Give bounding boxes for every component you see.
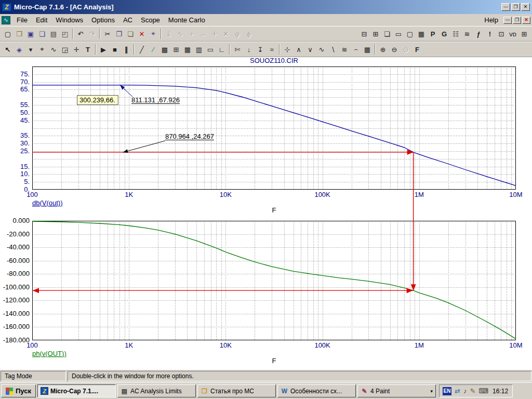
run-icon[interactable]: ▶ [98, 44, 109, 55]
svg-text:-80.000: -80.000 [7, 270, 30, 277]
language-indicator[interactable]: EN [443, 387, 451, 395]
cascade-icon[interactable]: ❏ [381, 29, 393, 39]
cursor-icon[interactable]: ✛ [71, 44, 82, 55]
component-icon[interactable]: ◈ [14, 44, 25, 55]
menu-options[interactable]: Options [87, 15, 119, 26]
probe-icon[interactable]: ⌖ [36, 44, 48, 55]
slope-icon[interactable]: ∖ [327, 44, 339, 55]
numeric-output-icon[interactable]: ▦ [416, 29, 427, 39]
chart-svg[interactable]: SOUOZ110.CIR75.70.65.55.50.45.35.30.25.1… [0, 57, 532, 370]
p-button[interactable]: P [427, 29, 438, 39]
restore-button[interactable]: ❐ [511, 3, 520, 11]
peak-icon[interactable]: ∧ [293, 44, 304, 55]
text-icon[interactable]: T [82, 44, 94, 55]
stop-icon[interactable]: ■ [109, 44, 121, 55]
child-restore-button[interactable]: ❐ [513, 17, 521, 24]
pause-icon[interactable]: ∥ [121, 44, 132, 55]
svg-text:100: 100 [26, 341, 38, 349]
undo-icon[interactable]: ↶ [75, 29, 86, 39]
component-dropdown-icon[interactable]: ▾ [25, 44, 36, 55]
go-to-y-icon[interactable]: ↧ [255, 44, 266, 55]
valley-icon[interactable]: ∨ [304, 44, 316, 55]
document-icon[interactable]: ∿ [2, 16, 10, 24]
waveform-icon[interactable]: ∿ [48, 44, 59, 55]
g-button[interactable]: G [438, 29, 450, 39]
find-icon[interactable]: ⌖ [148, 29, 159, 39]
axes-icon[interactable]: ∟ [216, 44, 228, 55]
go-to-x-icon[interactable]: ↓ [243, 44, 255, 55]
arc-icon[interactable]: ⌢ [350, 44, 362, 55]
menu-ac[interactable]: AC [119, 15, 137, 26]
magnitude-plot: 75.70.65.55.50.45.35.30.25.15.10.5.0.100… [20, 66, 523, 214]
pattern-icon[interactable]: ▦ [182, 44, 193, 55]
zoom-in-icon[interactable]: ⊕ [377, 44, 389, 55]
keyboard-icon[interactable]: ⌨ [478, 387, 488, 395]
task-paint[interactable]: ✎ 4 Paint ▾ [357, 384, 436, 397]
child-close-button[interactable]: ✕ [522, 17, 530, 24]
new-file-icon[interactable]: ▢ [2, 29, 14, 39]
stack-plots-icon[interactable]: ☷ [450, 29, 461, 39]
task-word-doc[interactable]: W Особенности сх... [277, 384, 356, 397]
svg-text:1M: 1M [415, 341, 424, 349]
volume-icon[interactable]: ♪ [463, 387, 467, 395]
close-button[interactable]: ✕ [521, 3, 530, 11]
filled-box-icon[interactable]: ▩ [159, 44, 170, 55]
split-horizontal-icon[interactable]: ⊟ [358, 29, 370, 39]
delete-icon[interactable]: ✕ [136, 29, 148, 39]
wave-tool-icon[interactable]: ∿ [316, 44, 327, 55]
task-micro-cap[interactable]: Z Micro-Cap 7.1.... [37, 384, 116, 397]
print-icon[interactable]: ▤ [48, 29, 59, 39]
zoom-out-icon[interactable]: ⊖ [389, 44, 400, 55]
data-points-icon[interactable]: ▦ [362, 44, 373, 55]
scale-icon[interactable]: ◲ [59, 44, 71, 55]
window-title: Micro-Cap 7.1.6 - [AC Analysis] [14, 3, 114, 11]
probe-vd-icon[interactable]: vᴅ [507, 29, 518, 39]
frame-icon[interactable]: ▭ [205, 44, 216, 55]
network-icon[interactable]: ⇄ [455, 387, 460, 395]
split-vertical-icon[interactable]: ⊞ [370, 29, 381, 39]
line-icon[interactable]: ╱ [136, 44, 148, 55]
ripple-icon[interactable]: ≋ [339, 44, 350, 55]
function-icon[interactable]: ƒ [473, 29, 484, 39]
menu-scope[interactable]: Scope [137, 15, 164, 26]
clip-icon[interactable]: ≈ [266, 44, 277, 55]
menu-file[interactable]: File [12, 15, 32, 26]
task-folder[interactable]: ❐ Статья про МС [197, 384, 276, 397]
cut-icon[interactable]: ✂ [102, 29, 113, 39]
ruled-icon[interactable]: ▥ [193, 44, 205, 55]
start-button[interactable]: Пуск [1, 384, 36, 397]
polyline-icon[interactable]: ∕ [148, 44, 159, 55]
start-label: Пуск [16, 387, 31, 395]
save-icon[interactable]: ▣ [25, 29, 36, 39]
f-button[interactable]: F [411, 44, 423, 55]
menu-help[interactable]: Help [480, 15, 502, 26]
magnify-icon: ⊙ [400, 44, 411, 55]
select-arrow-icon[interactable]: ↖ [2, 44, 14, 55]
copy-icon[interactable]: ❐ [113, 29, 125, 39]
tag-point-icon[interactable]: ⊹ [282, 44, 293, 55]
save-all-icon[interactable]: ❑ [36, 29, 48, 39]
overlay-waves-icon[interactable]: ≋ [461, 29, 473, 39]
menu-edit[interactable]: Edit [32, 15, 51, 26]
svg-text:100K: 100K [314, 191, 330, 198]
select-region-icon[interactable]: ⊡ [496, 29, 507, 39]
menu-windows[interactable]: Windows [51, 15, 87, 26]
trim-icon[interactable]: ✄ [232, 44, 243, 55]
child-minimize-button[interactable]: — [503, 17, 512, 24]
menu-monte-carlo[interactable]: Monte Carlo [164, 15, 209, 26]
ac-analysis-plot-area[interactable]: SOUOZ110.CIR75.70.65.55.50.45.35.30.25.1… [0, 57, 532, 370]
app-icon[interactable]: Z [2, 3, 11, 11]
grid-box-icon[interactable]: ⊞ [170, 44, 182, 55]
warning-icon[interactable]: ! [484, 29, 496, 39]
print-preview-icon[interactable]: ◰ [59, 29, 71, 39]
minimize-button[interactable]: — [501, 3, 510, 11]
paste-icon[interactable]: ❏ [125, 29, 136, 39]
task-dropdown-icon[interactable]: ▾ [430, 389, 433, 394]
tile-icon[interactable]: ▭ [393, 29, 404, 39]
task-ac-analysis-limits[interactable]: ▤ AC Analysis Limits [117, 384, 196, 397]
window-icon[interactable]: ▢ [404, 29, 416, 39]
taskbar-clock[interactable]: 16:12 [491, 388, 508, 395]
zoom-window-icon[interactable]: ⊞ [518, 29, 530, 39]
open-folder-icon[interactable]: ❒ [14, 29, 25, 39]
pen-icon[interactable]: ✎ [470, 387, 475, 395]
